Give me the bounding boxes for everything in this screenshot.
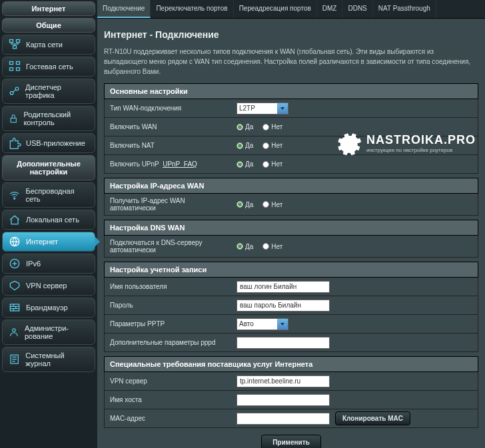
- sidebar-item-admin[interactable]: Администри-рование: [2, 320, 95, 345]
- sidebar-item-label: Системный журнал: [25, 351, 89, 367]
- dns-auto-radio[interactable]: ДаНет: [237, 243, 282, 250]
- enable-wan-radio[interactable]: ДаНет: [237, 123, 282, 130]
- home-icon: [8, 214, 21, 225]
- svg-rect-0: [10, 40, 13, 43]
- sidebar-item-label: USB-приложение: [26, 139, 85, 147]
- mac-input[interactable]: [237, 413, 330, 425]
- sidebar: Интернет Общие Карта сетиГостевая сетьДи…: [0, 0, 97, 448]
- enable-upnp-radio[interactable]: ДаНет: [237, 160, 282, 168]
- vpn-server-label: VPN сервер: [105, 374, 233, 388]
- sidebar-item-network-map[interactable]: Карта сети: [2, 35, 95, 55]
- sidebar-item-label: VPN сервер: [26, 282, 67, 290]
- sidebar-item-label: Интернет: [26, 238, 58, 246]
- vpn-icon: [8, 280, 21, 291]
- sidebar-item-firewall[interactable]: Брандмауэр: [2, 298, 95, 318]
- sidebar-item-label: IPv6: [26, 260, 41, 268]
- svg-point-8: [15, 87, 19, 91]
- section-dns-header: Настройка DNS WAN: [104, 220, 478, 236]
- network-map-icon: [8, 39, 21, 50]
- sidebar-item-home[interactable]: Локальная сеть: [2, 210, 95, 230]
- chevron-down-icon: [277, 103, 288, 114]
- sidebar-item-wifi[interactable]: Беспроводная сеть: [2, 182, 95, 208]
- password-input[interactable]: [237, 300, 330, 312]
- guest-icon: [8, 61, 21, 72]
- tab-5[interactable]: NAT Passthrough: [373, 0, 436, 18]
- apply-button[interactable]: Применить: [261, 435, 321, 448]
- sidebar-item-label: Диспетчер трафика: [25, 83, 89, 99]
- log-icon: [8, 354, 21, 365]
- tab-2[interactable]: Переадресация портов: [234, 0, 317, 18]
- svg-point-14: [13, 329, 15, 332]
- sidebar-item-lock[interactable]: Родительский контроль: [2, 106, 95, 131]
- pptp-select[interactable]: Авто: [237, 318, 288, 330]
- pppd-extra-input[interactable]: [237, 337, 330, 349]
- svg-rect-9: [11, 118, 16, 122]
- sidebar-header-general: Общие: [2, 18, 95, 33]
- sidebar-item-label: Беспроводная сеть: [25, 187, 89, 203]
- svg-rect-3: [10, 62, 13, 65]
- mac-label: MAC-адрес: [105, 411, 233, 425]
- sidebar-item-label: Локальная сеть: [26, 216, 79, 224]
- tab-4[interactable]: DDNS: [342, 0, 372, 18]
- puzzle-icon: [8, 138, 21, 148]
- page-description: RT-N10U поддерживает несколько типов под…: [104, 47, 478, 77]
- sidebar-item-globe[interactable]: Интернет: [2, 232, 95, 252]
- sidebar-item-traffic[interactable]: Диспетчер трафика: [2, 79, 95, 104]
- dns-auto-label: Подключаться к DNS-серверу автоматически: [105, 236, 233, 257]
- hostname-input[interactable]: [237, 394, 330, 406]
- svg-point-10: [14, 198, 15, 200]
- section-isp-header: Специальные требования поставщика услуг …: [104, 356, 478, 372]
- pppd-extra-label: Дополнительные параметры pppd: [105, 336, 233, 349]
- lock-icon: [8, 113, 19, 124]
- sidebar-item-vpn[interactable]: VPN сервер: [2, 276, 95, 296]
- sidebar-header-advanced: Дополнительные настройки: [2, 155, 95, 180]
- wanip-auto-radio[interactable]: ДаНет: [237, 201, 282, 208]
- svg-rect-2: [13, 46, 17, 49]
- globe-icon: [8, 236, 21, 247]
- svg-rect-5: [10, 68, 13, 71]
- sidebar-item-label: Администри-рование: [25, 324, 89, 340]
- enable-nat-radio[interactable]: ДаНет: [237, 142, 282, 149]
- sidebar-item-log[interactable]: Системный журнал: [2, 347, 95, 372]
- section-account-header: Настройка учетной записи: [104, 262, 478, 278]
- wanip-auto-label: Получить IP-адрес WAN автоматически: [105, 194, 233, 215]
- sidebar-item-guest[interactable]: Гостевая сеть: [2, 57, 95, 77]
- wan-type-select[interactable]: L2TP: [237, 103, 288, 114]
- upnp-faq-link[interactable]: UPnP_FAQ: [163, 160, 197, 168]
- settings-panel: Интернет - Подключение RT-N10U поддержив…: [97, 19, 485, 448]
- tab-3[interactable]: DMZ: [317, 0, 343, 18]
- clone-mac-button[interactable]: Клонировать MAC: [335, 411, 410, 425]
- pptp-label: Параметры PPTP: [105, 317, 233, 331]
- enable-upnp-label: Включить UPnP UPnP_FAQ: [105, 157, 233, 171]
- section-basic-header: Основные настройки: [104, 83, 478, 99]
- vpn-server-input[interactable]: [237, 375, 330, 387]
- wan-type-label: Тип WAN-подключения: [105, 101, 233, 115]
- traffic-icon: [8, 86, 21, 97]
- admin-icon: [8, 327, 20, 337]
- tab-1[interactable]: Переключатель портов: [151, 0, 233, 18]
- enable-nat-label: Включить NAT: [105, 138, 233, 152]
- sidebar-header-internet: Интернет: [2, 1, 95, 16]
- username-label: Имя пользователя: [105, 280, 233, 294]
- page-title: Интернет - Подключение: [104, 29, 478, 40]
- sidebar-item-label: Карта сети: [26, 41, 63, 49]
- svg-rect-4: [17, 62, 20, 65]
- sidebar-item-label: Родительский контроль: [23, 111, 89, 126]
- svg-rect-13: [10, 304, 19, 311]
- firewall-icon: [8, 302, 21, 313]
- svg-rect-1: [17, 40, 20, 43]
- wifi-icon: [8, 190, 21, 200]
- hostname-label: Имя хоста: [105, 393, 233, 407]
- sidebar-item-puzzle[interactable]: USB-приложение: [2, 133, 95, 153]
- password-label: Пароль: [105, 298, 233, 312]
- username-input[interactable]: [237, 281, 330, 293]
- chevron-down-icon: [277, 319, 288, 330]
- svg-point-7: [10, 92, 13, 95]
- section-wanip-header: Настройка IP-адреса WAN: [104, 178, 478, 194]
- svg-rect-6: [17, 68, 20, 71]
- sidebar-item-ipv6[interactable]: IPv6: [2, 254, 95, 274]
- tab-0[interactable]: Подключение: [97, 0, 151, 18]
- content-area: ПодключениеПереключатель портовПереадрес…: [97, 0, 485, 448]
- enable-wan-label: Включить WAN: [105, 120, 233, 134]
- sidebar-item-label: Гостевая сеть: [26, 63, 73, 71]
